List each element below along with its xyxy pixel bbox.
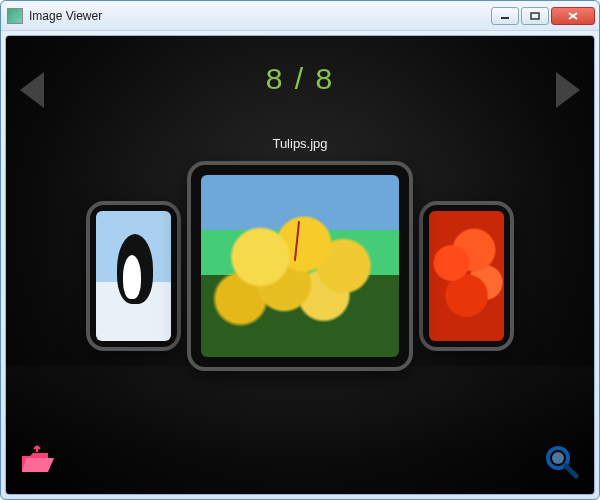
svg-rect-1 (531, 13, 539, 19)
close-button[interactable] (551, 7, 595, 25)
app-icon (7, 8, 23, 24)
carousel-card-right[interactable]: Chrysanthemum.jpg (419, 201, 514, 351)
open-folder-button[interactable] (20, 444, 58, 484)
maximize-button[interactable] (521, 7, 549, 25)
right-thumbnail (429, 211, 504, 341)
carousel: Penguins.jpg Chrysanthemum.jpg (6, 161, 594, 391)
window-controls (491, 7, 595, 25)
zoom-button[interactable] (544, 444, 580, 484)
svg-point-5 (552, 452, 564, 464)
carousel-stage: Tulips.jpg Penguins.jpg Chrysanthemum.jp… (6, 136, 594, 416)
titlebar: Image Viewer (1, 1, 599, 31)
close-icon (567, 11, 579, 21)
app-window: Image Viewer 8 / 8 Tulips.jpg Penguins.j… (0, 0, 600, 500)
toolbar (6, 444, 594, 484)
viewer-area: 8 / 8 Tulips.jpg Penguins.jpg Chrysanthe… (5, 35, 595, 495)
current-filename: Tulips.jpg (6, 136, 594, 151)
minimize-icon (500, 12, 510, 20)
minimize-button[interactable] (491, 7, 519, 25)
magnifier-icon (544, 444, 580, 480)
open-folder-icon (20, 444, 58, 476)
carousel-card-left[interactable]: Penguins.jpg (86, 201, 181, 351)
maximize-icon (530, 12, 540, 20)
window-title: Image Viewer (29, 9, 491, 23)
center-thumbnail (201, 175, 399, 357)
svg-line-6 (566, 466, 576, 476)
image-counter: 8 / 8 (6, 62, 594, 96)
left-thumbnail (96, 211, 171, 341)
carousel-card-center[interactable] (187, 161, 413, 371)
